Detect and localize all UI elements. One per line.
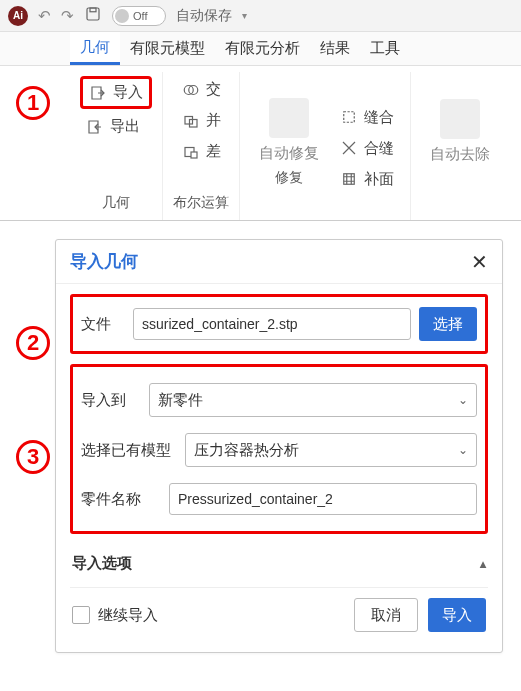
target-section-highlight: 导入到 新零件 ⌄ 选择已有模型 压力容器热分析 ⌄ 零件名称 bbox=[70, 364, 488, 534]
collapse-icon: ▴ bbox=[480, 557, 486, 571]
continue-import-label: 继续导入 bbox=[98, 606, 158, 625]
panel-header: 导入几何 ✕ bbox=[56, 240, 502, 284]
ribbon-spacer bbox=[458, 190, 462, 220]
svg-rect-8 bbox=[344, 112, 355, 123]
export-label: 导出 bbox=[110, 117, 140, 136]
svg-rect-0 bbox=[87, 8, 99, 20]
file-section-highlight: 文件 选择 bbox=[70, 294, 488, 354]
choose-file-button[interactable]: 选择 bbox=[419, 307, 477, 341]
tab-fem-analysis[interactable]: 有限元分析 bbox=[215, 32, 310, 65]
subtract-icon bbox=[182, 143, 200, 161]
ribbon-group-label: 修复 bbox=[275, 163, 303, 195]
auto-repair-icon bbox=[269, 98, 309, 138]
autosave-text: 自动保存 bbox=[176, 7, 232, 25]
tab-tools[interactable]: 工具 bbox=[360, 32, 410, 65]
import-icon bbox=[89, 84, 107, 102]
import-options-header[interactable]: 导入选项 ▴ bbox=[70, 544, 488, 587]
title-bar: Ai ↶ ↷ Off 自动保存 ▾ bbox=[0, 0, 521, 32]
cancel-button[interactable]: 取消 bbox=[354, 598, 418, 632]
subtract-label: 差 bbox=[206, 142, 221, 161]
toggle-label: Off bbox=[133, 10, 147, 22]
svg-rect-1 bbox=[90, 8, 96, 12]
union-button[interactable]: 并 bbox=[176, 107, 227, 134]
tab-results[interactable]: 结果 bbox=[310, 32, 360, 65]
menu-bar: 几何 有限元模型 有限元分析 结果 工具 bbox=[0, 32, 521, 66]
panel-title: 导入几何 bbox=[70, 250, 138, 273]
ribbon-group-geometry: 导入 导出 几何 bbox=[70, 72, 163, 220]
app-logo: Ai bbox=[8, 6, 28, 26]
part-name-input[interactable] bbox=[169, 483, 477, 515]
tab-fem-model[interactable]: 有限元模型 bbox=[120, 32, 215, 65]
ribbon-group-dedup: 自动去除 bbox=[411, 72, 509, 220]
callout-2: 2 bbox=[16, 326, 50, 360]
import-options-label: 导入选项 bbox=[72, 554, 132, 573]
toggle-knob-icon bbox=[115, 9, 129, 23]
union-icon bbox=[182, 112, 200, 130]
ribbon-group-label: 布尔运算 bbox=[173, 188, 229, 220]
sew-icon bbox=[340, 108, 358, 126]
sew-button[interactable]: 缝合 bbox=[334, 104, 400, 131]
select-model-value: 压力容器热分析 bbox=[194, 441, 299, 460]
ribbon-group-boolean: 交 并 差 布尔运算 bbox=[163, 72, 240, 220]
subtract-button[interactable]: 差 bbox=[176, 138, 227, 165]
import-button-confirm[interactable]: 导入 bbox=[428, 598, 486, 632]
select-model-select[interactable]: 压力容器热分析 ⌄ bbox=[185, 433, 477, 467]
patch-icon bbox=[340, 170, 358, 188]
callout-3: 3 bbox=[16, 440, 50, 474]
patch-label: 补面 bbox=[364, 170, 394, 189]
ribbon: 导入 导出 几何 交 并 差 布尔运算 bbox=[0, 66, 521, 221]
auto-dedup-label: 自动去除 bbox=[430, 145, 490, 164]
sew-label: 缝合 bbox=[364, 108, 394, 127]
union-label: 并 bbox=[206, 111, 221, 130]
chevron-down-icon: ⌄ bbox=[458, 393, 468, 407]
stitch-icon bbox=[340, 139, 358, 157]
close-icon[interactable]: ✕ bbox=[471, 252, 488, 272]
auto-dedup-icon bbox=[440, 99, 480, 139]
import-geometry-panel: 导入几何 ✕ 文件 选择 导入到 新零件 ⌄ 选择已有模型 压力容器热分析 bbox=[55, 239, 503, 653]
svg-rect-7 bbox=[191, 152, 197, 158]
export-icon bbox=[86, 118, 104, 136]
auto-repair-label: 自动修复 bbox=[259, 144, 319, 163]
patch-button[interactable]: 补面 bbox=[334, 166, 400, 193]
part-name-label: 零件名称 bbox=[81, 490, 161, 509]
panel-footer: 继续导入 取消 导入 bbox=[70, 587, 488, 638]
ribbon-group-label: 几何 bbox=[102, 188, 130, 220]
stitch-button[interactable]: 合缝 bbox=[334, 135, 400, 162]
import-label: 导入 bbox=[113, 83, 143, 102]
intersect-label: 交 bbox=[206, 80, 221, 99]
save-icon[interactable] bbox=[84, 5, 102, 26]
stitch-label: 合缝 bbox=[364, 139, 394, 158]
import-button[interactable]: 导入 bbox=[80, 76, 152, 109]
tab-geometry[interactable]: 几何 bbox=[70, 32, 120, 65]
file-input[interactable] bbox=[133, 308, 411, 340]
intersect-icon bbox=[182, 81, 200, 99]
import-to-select[interactable]: 新零件 ⌄ bbox=[149, 383, 477, 417]
svg-rect-4 bbox=[185, 116, 193, 124]
undo-icon[interactable]: ↶ bbox=[38, 7, 51, 25]
export-button[interactable]: 导出 bbox=[80, 113, 152, 140]
continue-import-checkbox[interactable] bbox=[72, 606, 90, 624]
dropdown-icon[interactable]: ▾ bbox=[242, 10, 247, 21]
intersect-button[interactable]: 交 bbox=[176, 76, 227, 103]
import-to-label: 导入到 bbox=[81, 391, 141, 410]
select-model-label: 选择已有模型 bbox=[81, 441, 177, 460]
auto-dedup-button[interactable]: 自动去除 bbox=[421, 72, 499, 190]
import-to-value: 新零件 bbox=[158, 391, 203, 410]
redo-icon[interactable]: ↷ bbox=[61, 7, 74, 25]
svg-rect-5 bbox=[189, 119, 197, 127]
auto-repair-button[interactable]: 自动修复 bbox=[250, 98, 328, 163]
callout-1: 1 bbox=[16, 86, 50, 120]
file-label: 文件 bbox=[81, 315, 125, 334]
ribbon-group-repair: 自动修复 修复 缝合 合缝 补面 bbox=[240, 72, 411, 220]
autosave-toggle[interactable]: Off bbox=[112, 6, 166, 26]
svg-rect-9 bbox=[344, 174, 355, 185]
chevron-down-icon: ⌄ bbox=[458, 443, 468, 457]
